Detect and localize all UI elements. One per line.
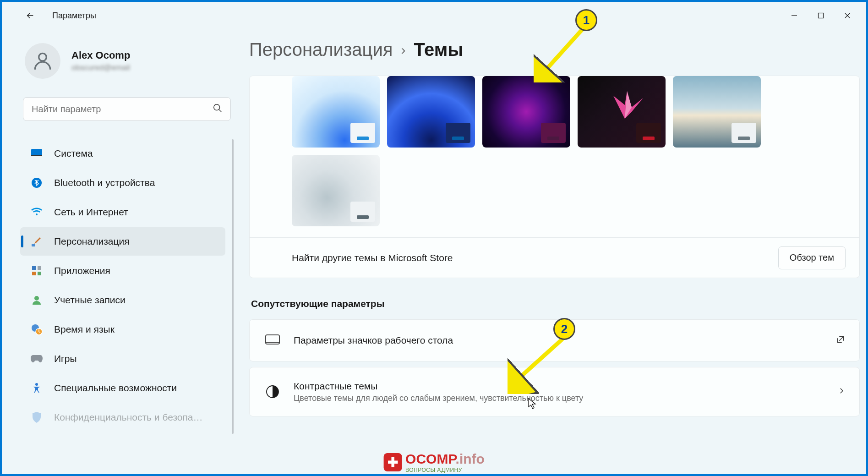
wifi-icon [30,206,43,219]
accessibility-icon [30,382,43,394]
svg-point-16 [35,383,38,386]
svg-rect-12 [38,272,41,275]
sidebar-item-system[interactable]: Система [20,139,225,168]
sidebar-item-label: Персонализация [54,236,130,247]
titlebar: Параметры [2,2,866,29]
back-button[interactable] [21,6,39,25]
user-email: obscured@email [71,63,130,72]
avatar [25,43,60,79]
sidebar-scrollbar[interactable] [232,139,234,434]
gamepad-icon [30,352,43,365]
sidebar-item-label: Приложения [54,265,110,276]
svg-rect-6 [31,155,42,156]
minimize-button[interactable] [781,6,808,25]
svg-rect-11 [32,272,36,275]
sidebar-item-label: Учетные записи [54,295,126,306]
sidebar-item-personalization[interactable]: Персонализация [20,227,225,256]
mouse-cursor-icon [528,398,537,411]
sidebar-item-time-language[interactable]: Время и язык [20,315,225,344]
list-item-title: Параметры значков рабочего стола [294,335,453,346]
theme-thumbnail[interactable] [482,76,570,148]
svg-rect-9 [32,266,36,270]
sidebar-item-label: Система [54,148,93,159]
theme-thumbnail[interactable] [578,76,666,148]
annotation-badge-1: 1 [575,9,597,31]
svg-point-13 [34,296,39,301]
chevron-right-icon: › [401,42,405,58]
breadcrumb-parent[interactable]: Персонализация [249,39,393,60]
watermark: ✚ OCOMP.info ВОПРОСЫ АДМИНУ [383,451,485,473]
theme-thumbnail[interactable] [673,76,761,148]
theme-thumbnail[interactable] [292,155,380,226]
svg-rect-10 [38,266,41,270]
sidebar-item-accounts[interactable]: Учетные записи [20,286,225,314]
clock-globe-icon [30,323,43,336]
sidebar-item-gaming[interactable]: Игры [20,345,225,373]
desktop-icon [263,334,282,347]
close-button[interactable] [834,6,861,25]
sidebar-item-label: Игры [54,353,77,364]
maximize-button[interactable] [808,6,834,25]
user-block[interactable]: Alex Ocomp obscured@email [20,43,234,79]
arrow-left-icon [25,11,35,21]
sidebar-item-label: Сеть и Интернет [54,207,128,218]
sidebar-item-label: Конфиденциальность и безопа… [54,412,203,423]
window-title: Параметры [52,11,96,21]
sidebar-item-bluetooth[interactable]: Bluetooth и устройства [20,169,225,197]
browse-themes-button[interactable]: Обзор тем [778,246,846,269]
svg-rect-8 [32,244,35,246]
svg-point-2 [39,53,47,61]
watermark-logo-icon: ✚ [383,453,402,471]
themes-card: Найти другие темы в Microsoft Store Обзо… [249,76,860,278]
monitor-icon [30,147,43,160]
sidebar-item-accessibility[interactable]: Специальные возможности [20,374,225,402]
bluetooth-icon [30,176,43,189]
sidebar-item-privacy[interactable]: Конфиденциальность и безопа… [20,403,225,432]
chevron-right-icon [837,387,846,397]
person-icon [31,49,54,72]
paintbrush-icon [30,235,43,248]
sidebar-item-network[interactable]: Сеть и Интернет [20,198,225,226]
svg-rect-1 [819,13,824,18]
annotation-badge-2: 2 [553,318,575,340]
contrast-icon [263,384,282,399]
main-content: Персонализация › Темы Найти другие темы … [245,29,866,474]
apps-icon [30,264,43,277]
svg-line-22 [517,339,562,380]
store-prompt: Найти другие темы в Microsoft Store [292,252,453,263]
sidebar-item-label: Специальные возможности [54,383,177,394]
breadcrumb-current: Темы [414,39,463,60]
related-settings-heading: Сопутствующие параметры [251,298,862,309]
sidebar-item-label: Время и язык [54,324,115,335]
theme-thumbnail[interactable] [387,76,475,148]
sidebar-item-label: Bluetooth и устройства [54,177,155,188]
search-input[interactable] [23,97,231,121]
open-external-icon [835,334,846,346]
account-icon [30,294,43,306]
svg-rect-17 [266,335,279,344]
sidebar-item-apps[interactable]: Приложения [20,257,225,285]
user-name: Alex Ocomp [71,49,130,61]
sidebar: Alex Ocomp obscured@email Система [2,29,245,474]
theme-thumbnail[interactable] [292,76,380,148]
shield-icon [30,411,43,424]
